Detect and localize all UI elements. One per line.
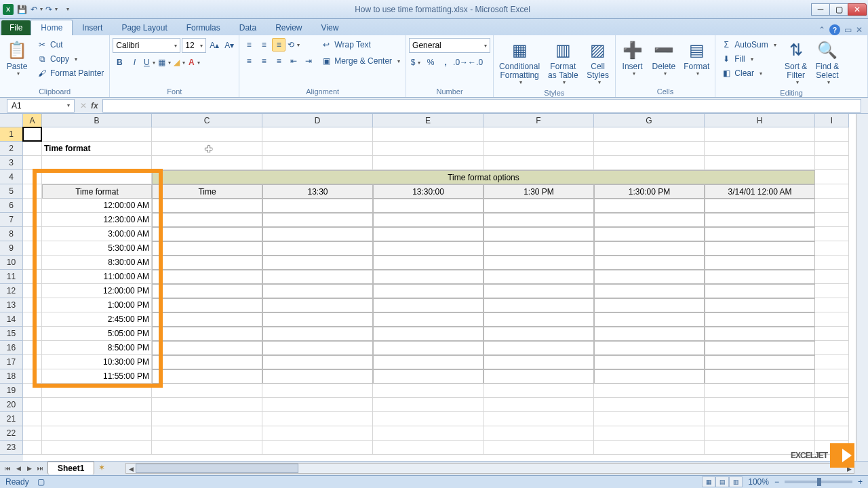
data-cell[interactable] — [705, 227, 815, 241]
data-cell[interactable] — [373, 284, 484, 298]
data-cell[interactable] — [705, 298, 815, 312]
data-cell[interactable] — [262, 270, 373, 284]
data-cell[interactable]: 8:50:00 PM — [42, 341, 152, 355]
align-top-button[interactable]: ≡ — [242, 38, 256, 52]
cell[interactable] — [484, 426, 594, 441]
tab-data[interactable]: Data — [230, 20, 266, 35]
vertical-scrollbar[interactable] — [856, 114, 868, 461]
cell[interactable] — [23, 241, 42, 256]
data-cell[interactable] — [484, 270, 594, 284]
data-cell[interactable]: 12:00:00 PM — [42, 284, 152, 298]
cell[interactable] — [594, 156, 705, 170]
formula-input[interactable] — [102, 99, 861, 113]
data-cell[interactable] — [262, 298, 373, 312]
cell[interactable] — [594, 426, 705, 441]
data-cell[interactable] — [373, 355, 484, 369]
cell[interactable] — [23, 199, 42, 213]
table-header[interactable]: Time — [152, 184, 262, 199]
cell[interactable] — [815, 142, 849, 156]
data-cell[interactable] — [594, 355, 705, 369]
cell[interactable] — [484, 127, 594, 142]
data-cell[interactable]: 3:00:00 AM — [42, 227, 152, 241]
align-left-button[interactable]: ≡ — [242, 54, 256, 68]
data-cell[interactable] — [594, 298, 705, 312]
delete-cells-button[interactable]: ➖Delete▾ — [650, 38, 679, 79]
row-header[interactable]: 8 — [0, 227, 23, 241]
row-header[interactable]: 20 — [0, 398, 23, 412]
cell[interactable] — [815, 270, 849, 284]
zoom-level[interactable]: 100% — [748, 477, 769, 487]
cell[interactable] — [23, 384, 42, 398]
table-header[interactable]: Time format — [42, 184, 152, 199]
data-cell[interactable] — [152, 241, 262, 256]
font-color-button[interactable]: A▾ — [187, 56, 201, 69]
cell[interactable] — [815, 213, 849, 227]
cell[interactable] — [262, 441, 373, 455]
data-cell[interactable] — [484, 341, 594, 355]
row-header[interactable]: 13 — [0, 298, 23, 312]
data-cell[interactable] — [373, 312, 484, 327]
data-cell[interactable] — [373, 256, 484, 270]
cell[interactable] — [815, 184, 849, 199]
select-all-corner[interactable] — [0, 114, 23, 127]
data-cell[interactable] — [373, 199, 484, 213]
cancel-icon[interactable]: ✕ — [80, 101, 87, 110]
cell[interactable] — [484, 384, 594, 398]
cell[interactable] — [42, 156, 152, 170]
align-bottom-button[interactable]: ≡ — [272, 38, 285, 52]
cell[interactable] — [594, 127, 705, 142]
decrease-decimal-button[interactable]: ←.0 — [469, 56, 482, 69]
find-select-button[interactable]: 🔍Find & Select▾ — [813, 38, 842, 87]
cell[interactable] — [42, 426, 152, 441]
column-header[interactable]: E — [373, 114, 484, 127]
increase-decimal-button[interactable]: .0→ — [454, 56, 467, 69]
column-header[interactable]: A — [23, 114, 42, 127]
cell[interactable] — [815, 398, 849, 412]
cell[interactable] — [262, 142, 373, 156]
font-family-combo[interactable]: Calibri▾ — [113, 38, 180, 53]
data-cell[interactable] — [594, 256, 705, 270]
zoom-in-button[interactable]: + — [858, 477, 863, 487]
column-header[interactable]: G — [594, 114, 705, 127]
cell[interactable] — [705, 127, 815, 142]
cell[interactable] — [815, 384, 849, 398]
cell[interactable] — [815, 156, 849, 170]
data-cell[interactable] — [262, 355, 373, 369]
row-header[interactable]: 12 — [0, 284, 23, 298]
row-header[interactable]: 1 — [0, 127, 23, 142]
cell[interactable] — [262, 412, 373, 426]
cell[interactable] — [23, 270, 42, 284]
cell[interactable] — [815, 227, 849, 241]
data-cell[interactable] — [484, 298, 594, 312]
row-header[interactable]: 17 — [0, 355, 23, 369]
merged-header[interactable]: Time format options — [152, 170, 815, 184]
data-cell[interactable] — [484, 312, 594, 327]
cell[interactable] — [815, 312, 849, 327]
data-cell[interactable] — [484, 355, 594, 369]
fill-color-button[interactable]: ◢▾ — [172, 56, 186, 69]
cell[interactable] — [42, 127, 152, 142]
data-cell[interactable] — [373, 241, 484, 256]
align-right-button[interactable]: ≡ — [272, 54, 285, 68]
cell[interactable] — [23, 327, 42, 341]
tab-formulas[interactable]: Formulas — [177, 20, 230, 35]
data-cell[interactable] — [262, 341, 373, 355]
row-header[interactable]: 9 — [0, 241, 23, 256]
data-cell[interactable] — [484, 256, 594, 270]
data-cell[interactable] — [484, 227, 594, 241]
data-cell[interactable] — [262, 199, 373, 213]
format-painter-button[interactable]: 🖌Format Painter — [34, 66, 106, 80]
data-cell[interactable] — [594, 227, 705, 241]
data-cell[interactable] — [705, 341, 815, 355]
minimize-button[interactable]: ─ — [811, 3, 830, 16]
row-header[interactable]: 23 — [0, 441, 23, 455]
cell[interactable] — [815, 170, 849, 184]
data-cell[interactable] — [594, 284, 705, 298]
cell[interactable] — [373, 426, 484, 441]
number-format-combo[interactable]: General▾ — [409, 38, 490, 53]
fx-icon[interactable]: fx — [91, 101, 98, 110]
data-cell[interactable] — [152, 213, 262, 227]
row-header[interactable]: 4 — [0, 170, 23, 184]
insert-cells-button[interactable]: ➕Insert▾ — [618, 38, 647, 79]
data-cell[interactable] — [705, 369, 815, 384]
